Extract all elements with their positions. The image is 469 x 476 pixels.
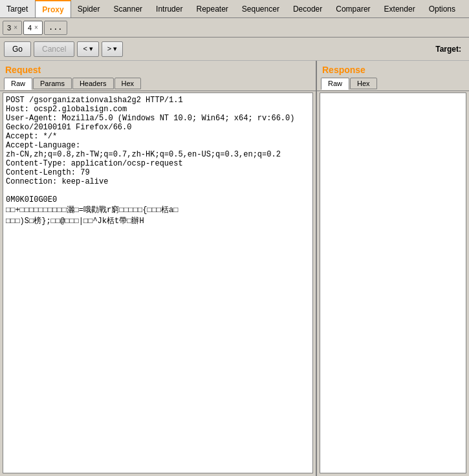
tab-4[interactable]: 4 ×	[23, 21, 43, 35]
menu-options[interactable]: Options	[422, 0, 463, 17]
request-tab-params[interactable]: Params	[33, 78, 72, 89]
response-panel: Response Raw Hex	[317, 61, 469, 476]
request-title: Request	[0, 61, 316, 76]
nav-next-button[interactable]: > ▾	[102, 41, 123, 57]
request-binary-line2: □□□)S□榜};□□@□□□|□□^Jk栝t帶□辦H	[6, 217, 144, 226]
tab-more[interactable]: ...	[44, 21, 67, 35]
menu-scanner[interactable]: Scanner	[107, 0, 149, 17]
target-label: Target:	[435, 45, 465, 54]
menu-comparer[interactable]: Comparer	[329, 0, 377, 17]
tab-4-label: 4	[28, 24, 32, 32]
menu-bar: Target Proxy Spider Scanner Intruder Rep…	[0, 0, 469, 18]
response-title: Response	[317, 61, 469, 76]
menu-proxy[interactable]: Proxy	[35, 0, 71, 17]
response-content[interactable]	[320, 92, 466, 473]
cancel-button[interactable]: Cancel	[34, 41, 74, 57]
menu-a[interactable]: A	[463, 0, 469, 17]
request-panel: Request Raw Params Headers Hex POST /gso…	[0, 61, 317, 476]
tab-4-close[interactable]: ×	[34, 25, 38, 31]
request-binary-line1: □□+□□□□□□□□□□灑□=哦勸戰r窮□□□□□{□□□栝a□	[6, 206, 178, 215]
menu-sequencer[interactable]: Sequencer	[235, 0, 287, 17]
tab-more-label: ...	[49, 23, 63, 32]
request-tab-hex[interactable]: Hex	[115, 78, 142, 89]
request-tab-raw[interactable]: Raw	[4, 78, 32, 90]
nav-next-label: > ▾	[107, 45, 117, 53]
tab-3-label: 3	[7, 24, 11, 32]
main-content: Request Raw Params Headers Hex POST /gso…	[0, 61, 469, 476]
nav-prev-label: < ▾	[83, 45, 93, 53]
request-http-text: POST /gsorganizationvalsha2g2 HTTP/1.1 H…	[6, 96, 294, 204]
response-tab-hex[interactable]: Hex	[350, 78, 377, 89]
nav-prev-button[interactable]: < ▾	[77, 41, 98, 57]
request-tab-headers[interactable]: Headers	[72, 78, 114, 89]
request-tabs: Raw Params Headers Hex	[0, 76, 316, 91]
request-text-wrapper: POST /gsorganizationvalsha2g2 HTTP/1.1 H…	[3, 92, 313, 473]
toolbar: Go Cancel < ▾ > ▾ Target:	[0, 38, 469, 61]
request-content[interactable]: POST /gsorganizationvalsha2g2 HTTP/1.1 H…	[3, 92, 313, 473]
menu-intruder[interactable]: Intruder	[149, 0, 190, 17]
menu-decoder[interactable]: Decoder	[287, 0, 329, 17]
menu-repeater[interactable]: Repeater	[190, 0, 235, 17]
tabs-bar: 3 × 4 × ...	[0, 18, 469, 38]
tab-3[interactable]: 3 ×	[3, 21, 22, 35]
menu-extender[interactable]: Extender	[378, 0, 422, 17]
tab-3-close[interactable]: ×	[14, 25, 17, 31]
menu-target[interactable]: Target	[0, 0, 35, 17]
menu-spider[interactable]: Spider	[71, 0, 107, 17]
go-button[interactable]: Go	[4, 41, 31, 57]
response-tabs: Raw Hex	[317, 76, 469, 91]
response-tab-raw[interactable]: Raw	[321, 78, 349, 90]
